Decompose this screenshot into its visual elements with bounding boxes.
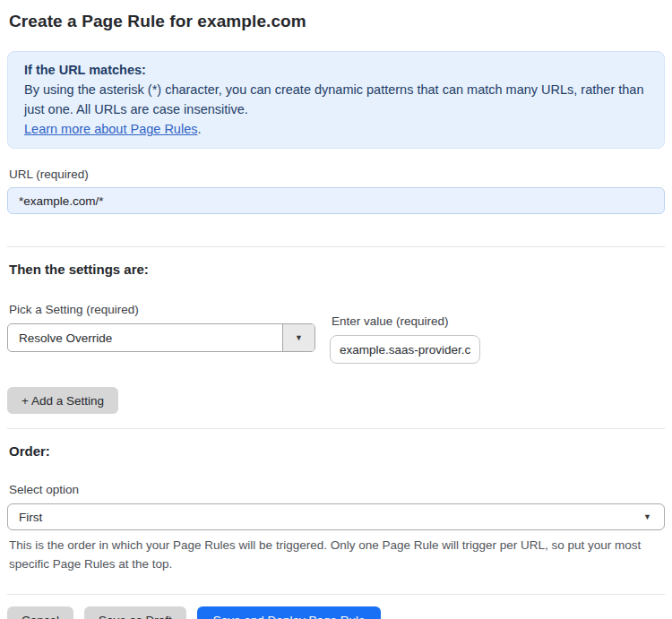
setting-select-column: Pick a Setting (required) Resolve Overri… — [7, 303, 315, 352]
setting-select-value: Resolve Override — [8, 324, 282, 351]
add-setting-button[interactable]: + Add a Setting — [7, 387, 118, 414]
link-suffix: . — [197, 122, 201, 136]
section-divider — [7, 594, 665, 595]
learn-more-link[interactable]: Learn more about Page Rules — [24, 122, 197, 136]
page-title: Create a Page Rule for example.com — [7, 12, 665, 31]
setting-select-arrow-button[interactable]: ▼ — [282, 324, 314, 351]
order-section-heading: Order: — [7, 443, 665, 459]
create-page-rule-panel: Create a Page Rule for example.com If th… — [0, 0, 672, 619]
order-select-label: Select option — [7, 483, 665, 496]
order-help-text: This is the order in which your Page Rul… — [7, 536, 656, 573]
info-box-body: By using the asterisk (*) character, you… — [24, 80, 648, 119]
chevron-down-icon: ▼ — [643, 513, 651, 521]
setting-select-label: Pick a Setting (required) — [7, 303, 315, 316]
order-select[interactable]: First ▼ — [7, 503, 665, 530]
section-divider — [7, 246, 665, 247]
setting-select[interactable]: Resolve Override ▼ — [7, 323, 315, 352]
settings-row: Pick a Setting (required) Resolve Overri… — [7, 303, 665, 364]
value-field-label: Enter value (required) — [330, 314, 480, 328]
settings-section-heading: Then the settings are: — [7, 262, 665, 277]
info-box-link-line: Learn more about Page Rules. — [24, 119, 648, 139]
save-and-deploy-button[interactable]: Save and Deploy Page Rule — [197, 606, 382, 619]
info-box-heading: If the URL matches: — [24, 60, 648, 80]
setting-value-input[interactable] — [330, 335, 480, 364]
chevron-down-icon: ▼ — [295, 334, 303, 342]
setting-value-column: Enter value (required) — [330, 303, 480, 364]
section-divider — [7, 428, 665, 429]
url-input[interactable] — [7, 187, 665, 214]
save-as-draft-button[interactable]: Save as Draft — [84, 606, 186, 619]
actions-row: Cancel Save as Draft Save and Deploy Pag… — [7, 606, 665, 619]
url-field-label: URL (required) — [7, 168, 665, 181]
order-select-value: First — [19, 511, 42, 524]
url-match-info-box: If the URL matches: By using the asteris… — [7, 51, 665, 149]
cancel-button[interactable]: Cancel — [7, 606, 73, 619]
